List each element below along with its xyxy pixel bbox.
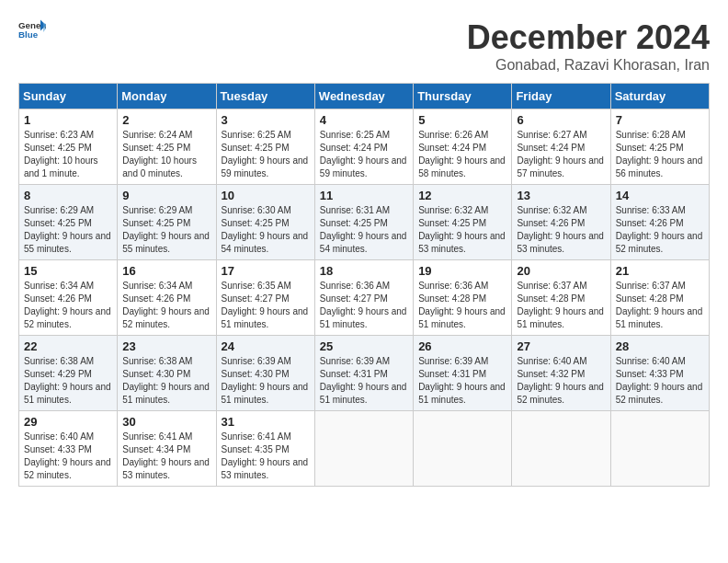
day-info: Sunrise: 6:27 AM Sunset: 4:24 PM Dayligh… [517, 129, 605, 180]
day-info: Sunrise: 6:32 AM Sunset: 4:26 PM Dayligh… [517, 204, 605, 256]
calendar-cell: 16 Sunrise: 6:34 AM Sunset: 4:26 PM Dayl… [118, 260, 216, 336]
calendar-cell: 23 Sunrise: 6:38 AM Sunset: 4:30 PM Dayl… [118, 336, 216, 411]
calendar-cell: 21 Sunrise: 6:37 AM Sunset: 4:28 PM Dayl… [610, 260, 709, 336]
weekday-header-row: SundayMondayTuesdayWednesdayThursdayFrid… [19, 84, 710, 109]
day-number: 13 [517, 189, 605, 202]
day-number: 5 [418, 113, 506, 127]
calendar-cell: 14 Sunrise: 6:33 AM Sunset: 4:26 PM Dayl… [610, 185, 709, 260]
calendar-week-row: 22 Sunrise: 6:38 AM Sunset: 4:29 PM Dayl… [19, 336, 710, 411]
day-number: 18 [320, 264, 408, 278]
day-number: 10 [222, 189, 310, 202]
logo-icon: General Blue [18, 18, 46, 40]
calendar-cell: 29 Sunrise: 6:40 AM Sunset: 4:33 PM Dayl… [19, 411, 118, 487]
day-info: Sunrise: 6:29 AM Sunset: 4:25 PM Dayligh… [24, 204, 112, 256]
page-header: General Blue December 2024 Gonabad, Raza… [18, 18, 710, 74]
calendar-cell: 24 Sunrise: 6:39 AM Sunset: 4:30 PM Dayl… [216, 336, 314, 411]
day-info: Sunrise: 6:34 AM Sunset: 4:26 PM Dayligh… [24, 280, 112, 331]
month-title: December 2024 [467, 18, 710, 57]
weekday-header: Sunday [19, 84, 118, 109]
calendar-cell: 4 Sunrise: 6:25 AM Sunset: 4:24 PM Dayli… [314, 109, 413, 185]
day-info: Sunrise: 6:40 AM Sunset: 4:33 PM Dayligh… [616, 355, 704, 407]
calendar-cell: 27 Sunrise: 6:40 AM Sunset: 4:32 PM Dayl… [512, 336, 610, 411]
day-info: Sunrise: 6:36 AM Sunset: 4:27 PM Dayligh… [320, 280, 408, 331]
day-info: Sunrise: 6:25 AM Sunset: 4:25 PM Dayligh… [222, 129, 310, 180]
calendar-cell [414, 411, 512, 487]
calendar-cell: 5 Sunrise: 6:26 AM Sunset: 4:24 PM Dayli… [414, 109, 512, 185]
day-number: 29 [24, 415, 112, 429]
day-number: 22 [24, 339, 112, 353]
day-number: 4 [320, 113, 408, 127]
calendar-cell: 19 Sunrise: 6:36 AM Sunset: 4:28 PM Dayl… [414, 260, 512, 336]
day-info: Sunrise: 6:37 AM Sunset: 4:28 PM Dayligh… [517, 280, 605, 331]
day-number: 24 [222, 339, 310, 353]
day-number: 23 [122, 339, 210, 353]
day-number: 30 [122, 415, 210, 429]
day-info: Sunrise: 6:31 AM Sunset: 4:25 PM Dayligh… [320, 204, 408, 256]
weekday-header: Thursday [414, 84, 512, 109]
day-info: Sunrise: 6:39 AM Sunset: 4:30 PM Dayligh… [222, 355, 310, 407]
day-number: 1 [24, 113, 112, 127]
calendar-cell: 10 Sunrise: 6:30 AM Sunset: 4:25 PM Dayl… [216, 185, 314, 260]
day-number: 31 [222, 415, 310, 429]
day-info: Sunrise: 6:23 AM Sunset: 4:25 PM Dayligh… [24, 129, 112, 180]
logo: General Blue [18, 18, 46, 40]
day-number: 7 [616, 113, 704, 127]
calendar-cell: 30 Sunrise: 6:41 AM Sunset: 4:34 PM Dayl… [118, 411, 216, 487]
day-info: Sunrise: 6:32 AM Sunset: 4:25 PM Dayligh… [418, 204, 506, 256]
day-number: 20 [517, 264, 605, 278]
day-number: 19 [418, 264, 506, 278]
calendar-cell: 6 Sunrise: 6:27 AM Sunset: 4:24 PM Dayli… [512, 109, 610, 185]
calendar-cell [512, 411, 610, 487]
calendar-cell: 26 Sunrise: 6:39 AM Sunset: 4:31 PM Dayl… [414, 336, 512, 411]
day-number: 9 [122, 189, 210, 202]
day-number: 14 [616, 189, 704, 202]
calendar-cell: 25 Sunrise: 6:39 AM Sunset: 4:31 PM Dayl… [314, 336, 413, 411]
day-number: 25 [320, 339, 408, 353]
calendar-table: SundayMondayTuesdayWednesdayThursdayFrid… [18, 83, 710, 487]
svg-text:Blue: Blue [18, 29, 39, 40]
calendar-week-row: 1 Sunrise: 6:23 AM Sunset: 4:25 PM Dayli… [19, 109, 710, 185]
calendar-cell: 17 Sunrise: 6:35 AM Sunset: 4:27 PM Dayl… [216, 260, 314, 336]
day-info: Sunrise: 6:38 AM Sunset: 4:30 PM Dayligh… [122, 355, 210, 407]
day-info: Sunrise: 6:26 AM Sunset: 4:24 PM Dayligh… [418, 129, 506, 180]
day-number: 26 [418, 339, 506, 353]
day-number: 11 [320, 189, 408, 202]
calendar-cell: 9 Sunrise: 6:29 AM Sunset: 4:25 PM Dayli… [118, 185, 216, 260]
day-info: Sunrise: 6:24 AM Sunset: 4:25 PM Dayligh… [122, 129, 210, 180]
day-info: Sunrise: 6:36 AM Sunset: 4:28 PM Dayligh… [418, 280, 506, 331]
calendar-cell: 13 Sunrise: 6:32 AM Sunset: 4:26 PM Dayl… [512, 185, 610, 260]
calendar-cell: 12 Sunrise: 6:32 AM Sunset: 4:25 PM Dayl… [414, 185, 512, 260]
calendar-cell: 15 Sunrise: 6:34 AM Sunset: 4:26 PM Dayl… [19, 260, 118, 336]
calendar-cell: 22 Sunrise: 6:38 AM Sunset: 4:29 PM Dayl… [19, 336, 118, 411]
weekday-header: Monday [118, 84, 216, 109]
day-info: Sunrise: 6:35 AM Sunset: 4:27 PM Dayligh… [222, 280, 310, 331]
calendar-cell: 1 Sunrise: 6:23 AM Sunset: 4:25 PM Dayli… [19, 109, 118, 185]
day-number: 3 [222, 113, 310, 127]
weekday-header: Friday [512, 84, 610, 109]
day-number: 2 [122, 113, 210, 127]
day-number: 16 [122, 264, 210, 278]
calendar-cell [314, 411, 413, 487]
day-info: Sunrise: 6:39 AM Sunset: 4:31 PM Dayligh… [320, 355, 408, 407]
calendar-cell [610, 411, 709, 487]
location-title: Gonabad, Razavi Khorasan, Iran [467, 57, 710, 74]
day-number: 6 [517, 113, 605, 127]
calendar-cell: 3 Sunrise: 6:25 AM Sunset: 4:25 PM Dayli… [216, 109, 314, 185]
day-info: Sunrise: 6:40 AM Sunset: 4:32 PM Dayligh… [517, 355, 605, 407]
day-info: Sunrise: 6:38 AM Sunset: 4:29 PM Dayligh… [24, 355, 112, 407]
day-number: 27 [517, 339, 605, 353]
calendar-week-row: 8 Sunrise: 6:29 AM Sunset: 4:25 PM Dayli… [19, 185, 710, 260]
calendar-week-row: 29 Sunrise: 6:40 AM Sunset: 4:33 PM Dayl… [19, 411, 710, 487]
calendar-cell: 31 Sunrise: 6:41 AM Sunset: 4:35 PM Dayl… [216, 411, 314, 487]
weekday-header: Saturday [610, 84, 709, 109]
day-info: Sunrise: 6:37 AM Sunset: 4:28 PM Dayligh… [616, 280, 704, 331]
weekday-header: Tuesday [216, 84, 314, 109]
title-block: December 2024 Gonabad, Razavi Khorasan, … [467, 18, 710, 74]
weekday-header: Wednesday [314, 84, 413, 109]
calendar-cell: 28 Sunrise: 6:40 AM Sunset: 4:33 PM Dayl… [610, 336, 709, 411]
day-info: Sunrise: 6:34 AM Sunset: 4:26 PM Dayligh… [122, 280, 210, 331]
day-number: 28 [616, 339, 704, 353]
calendar-cell: 11 Sunrise: 6:31 AM Sunset: 4:25 PM Dayl… [314, 185, 413, 260]
day-number: 12 [418, 189, 506, 202]
day-info: Sunrise: 6:41 AM Sunset: 4:35 PM Dayligh… [222, 431, 310, 482]
